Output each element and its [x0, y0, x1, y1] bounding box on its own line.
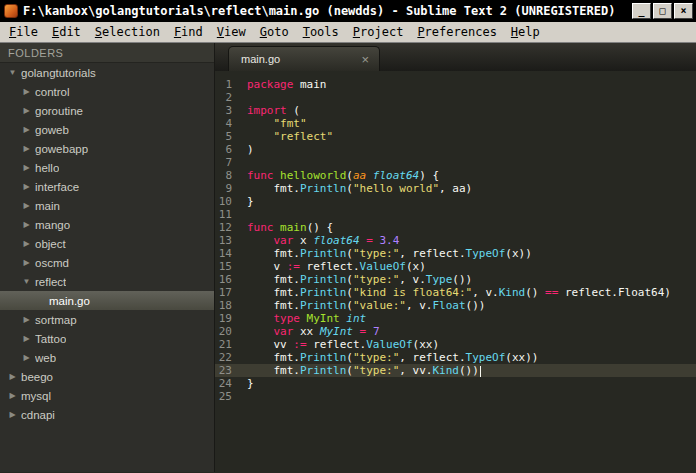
- tree-item-label: control: [35, 86, 70, 98]
- folder-goweb[interactable]: ▶goweb: [0, 120, 214, 139]
- code-line-16[interactable]: 16 fmt.Println("type:", v.Type()): [215, 273, 696, 286]
- line-number: 9: [215, 182, 247, 195]
- file-main.go[interactable]: main.go: [0, 291, 214, 310]
- chevron-right-icon[interactable]: ▶: [6, 391, 19, 400]
- folder-tree: ▼golangtutorials▶control▶goroutine▶goweb…: [0, 63, 214, 424]
- menu-goto[interactable]: Goto: [253, 23, 296, 41]
- code-line-23[interactable]: 23 fmt.Println("type:", vv.Kind()): [215, 364, 696, 377]
- folder-mango[interactable]: ▶mango: [0, 215, 214, 234]
- close-button[interactable]: ×: [674, 3, 693, 19]
- code-text: var x float64 = 3.4: [247, 234, 399, 247]
- tab-close-icon[interactable]: ×: [359, 53, 371, 66]
- tree-item-label: mango: [35, 219, 70, 231]
- chevron-right-icon[interactable]: ▶: [6, 410, 19, 419]
- code-line-5[interactable]: 5 "reflect": [215, 130, 696, 143]
- line-number: 24: [215, 377, 247, 390]
- folder-sortmap[interactable]: ▶sortmap: [0, 310, 214, 329]
- line-number: 17: [215, 286, 247, 299]
- code-line-21[interactable]: 21 vv := reflect.ValueOf(xx): [215, 338, 696, 351]
- chevron-right-icon[interactable]: ▶: [20, 258, 33, 267]
- menu-selection[interactable]: Selection: [88, 23, 167, 41]
- menu-tools[interactable]: Tools: [296, 23, 346, 41]
- code-text: fmt.Println("value:", v.Float()): [247, 299, 485, 312]
- code-line-7[interactable]: 7: [215, 156, 696, 169]
- chevron-right-icon[interactable]: ▶: [20, 201, 33, 210]
- code-line-13[interactable]: 13 var x float64 = 3.4: [215, 234, 696, 247]
- folder-tattoo[interactable]: ▶Tattoo: [0, 329, 214, 348]
- menu-help[interactable]: Help: [504, 23, 547, 41]
- folder-oscmd[interactable]: ▶oscmd: [0, 253, 214, 272]
- tree-item-label: goweb: [35, 124, 69, 136]
- chevron-right-icon[interactable]: ▶: [6, 372, 19, 381]
- chevron-down-icon[interactable]: ▼: [6, 68, 19, 77]
- chevron-right-icon[interactable]: ▶: [20, 87, 33, 96]
- folder-gowebapp[interactable]: ▶gowebapp: [0, 139, 214, 158]
- tab-main-go[interactable]: main.go ×: [228, 46, 380, 71]
- code-line-9[interactable]: 9 fmt.Println("hello world", aa): [215, 182, 696, 195]
- chevron-right-icon[interactable]: ▶: [20, 239, 33, 248]
- menu-project[interactable]: Project: [346, 23, 411, 41]
- code-line-1[interactable]: 1package main: [215, 78, 696, 91]
- code-line-10[interactable]: 10}: [215, 195, 696, 208]
- code-line-4[interactable]: 4 "fmt": [215, 117, 696, 130]
- tree-item-label: main: [35, 200, 60, 212]
- code-line-3[interactable]: 3import (: [215, 104, 696, 117]
- line-number: 12: [215, 221, 247, 234]
- folder-object[interactable]: ▶object: [0, 234, 214, 253]
- maximize-button[interactable]: □: [653, 3, 672, 19]
- chevron-right-icon[interactable]: ▶: [20, 125, 33, 134]
- chevron-right-icon[interactable]: ▶: [20, 334, 33, 343]
- code-line-8[interactable]: 8func helloworld(aa float64) {: [215, 169, 696, 182]
- chevron-right-icon[interactable]: ▶: [20, 315, 33, 324]
- chevron-right-icon[interactable]: ▶: [20, 144, 33, 153]
- menu-edit[interactable]: Edit: [45, 23, 88, 41]
- titlebar[interactable]: F:\kanbox\golangtutorials\reflect\main.g…: [0, 0, 696, 22]
- menu-preferences[interactable]: Preferences: [410, 23, 503, 41]
- line-number: 20: [215, 325, 247, 338]
- code-line-15[interactable]: 15 v := reflect.ValueOf(x): [215, 260, 696, 273]
- folder-interface[interactable]: ▶interface: [0, 177, 214, 196]
- line-number: 7: [215, 156, 247, 169]
- folder-mysql[interactable]: ▶mysql: [0, 386, 214, 405]
- folder-hello[interactable]: ▶hello: [0, 158, 214, 177]
- tree-item-label: cdnapi: [21, 409, 55, 421]
- menu-file[interactable]: File: [2, 23, 45, 41]
- line-number: 19: [215, 312, 247, 325]
- code-line-12[interactable]: 12func main() {: [215, 221, 696, 234]
- chevron-down-icon[interactable]: ▼: [20, 277, 33, 286]
- code-line-17[interactable]: 17 fmt.Println("kind is float64:", v.Kin…: [215, 286, 696, 299]
- folder-web[interactable]: ▶web: [0, 348, 214, 367]
- folder-goroutine[interactable]: ▶goroutine: [0, 101, 214, 120]
- chevron-right-icon[interactable]: ▶: [20, 182, 33, 191]
- code-line-24[interactable]: 24}: [215, 377, 696, 390]
- folder-golangtutorials[interactable]: ▼golangtutorials: [0, 63, 214, 82]
- folder-reflect[interactable]: ▼reflect: [0, 272, 214, 291]
- code-line-14[interactable]: 14 fmt.Println("type:", reflect.TypeOf(x…: [215, 247, 696, 260]
- chevron-right-icon[interactable]: ▶: [20, 106, 33, 115]
- minimize-button[interactable]: _: [632, 3, 651, 19]
- tree-item-label: Tattoo: [35, 333, 66, 345]
- menu-find[interactable]: Find: [167, 23, 210, 41]
- code-line-18[interactable]: 18 fmt.Println("value:", v.Float()): [215, 299, 696, 312]
- code-area[interactable]: 1package main23import (4 "fmt"5 "reflect…: [215, 71, 696, 472]
- code-line-11[interactable]: 11: [215, 208, 696, 221]
- folder-control[interactable]: ▶control: [0, 82, 214, 101]
- code-line-19[interactable]: 19 type MyInt int: [215, 312, 696, 325]
- code-line-20[interactable]: 20 var xx MyInt = 7: [215, 325, 696, 338]
- chevron-right-icon[interactable]: ▶: [20, 353, 33, 362]
- menu-view[interactable]: View: [210, 23, 253, 41]
- code-line-6[interactable]: 6): [215, 143, 696, 156]
- code-line-25[interactable]: 25: [215, 390, 696, 403]
- chevron-right-icon[interactable]: ▶: [20, 163, 33, 172]
- editor-pane: main.go × 1package main23import (4 "fmt"…: [215, 43, 696, 472]
- folder-main[interactable]: ▶main: [0, 196, 214, 215]
- code-line-2[interactable]: 2: [215, 91, 696, 104]
- code-line-22[interactable]: 22 fmt.Println("type:", reflect.TypeOf(x…: [215, 351, 696, 364]
- chevron-right-icon[interactable]: ▶: [20, 220, 33, 229]
- folder-cdnapi[interactable]: ▶cdnapi: [0, 405, 214, 424]
- folder-beego[interactable]: ▶beego: [0, 367, 214, 386]
- tree-item-label: hello: [35, 162, 59, 174]
- code-text: fmt.Println("hello world", aa): [247, 182, 472, 195]
- line-number: 21: [215, 338, 247, 351]
- line-number: 1: [215, 78, 247, 91]
